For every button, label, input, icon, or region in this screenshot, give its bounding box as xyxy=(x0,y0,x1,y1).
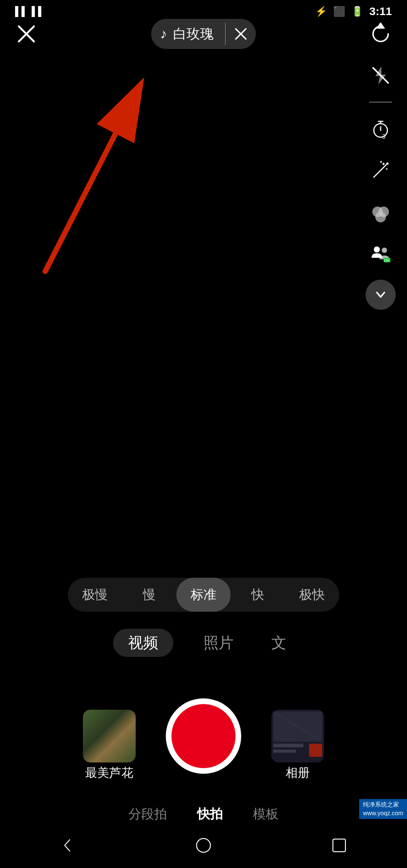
nav-recent-button[interactable] xyxy=(317,823,362,868)
gallery-label: 最美芦花 xyxy=(85,765,133,781)
speed-item-man[interactable]: 慢 xyxy=(122,578,176,612)
speed-item-jiman[interactable]: 极慢 xyxy=(68,578,122,612)
mode-tab-text[interactable]: 文 xyxy=(264,629,294,657)
album-thumb-container: 相册 xyxy=(271,710,324,762)
svg-point-20 xyxy=(374,246,380,253)
status-left: ▌▌ ▌▌ xyxy=(15,6,44,17)
music-note-icon: ♪ xyxy=(160,26,167,42)
svg-point-13 xyxy=(386,162,389,165)
sub-tabs: 分段拍 快拍 模板 xyxy=(129,805,278,823)
timer-button[interactable]: 3 xyxy=(366,114,396,144)
svg-marker-4 xyxy=(378,23,384,28)
music-close-button[interactable] xyxy=(226,19,256,49)
watermark: 纯净系统之家www.yoqz.com xyxy=(359,799,407,819)
svg-text:ON: ON xyxy=(384,259,389,262)
svg-text:✦: ✦ xyxy=(385,167,388,171)
svg-point-19 xyxy=(375,212,386,222)
music-title: 白玫瑰 xyxy=(173,25,214,43)
svg-line-11 xyxy=(374,167,384,177)
mode-tab-video[interactable]: 视频 xyxy=(113,629,173,657)
right-toolbar: 3 ✦ ✦ ✦ ON xyxy=(366,60,396,310)
gallery-thumb-container: 最美芦花 xyxy=(83,710,136,762)
battery-icon: 🔋 xyxy=(351,6,363,17)
sub-tab-kuaipai[interactable]: 快拍 xyxy=(197,805,223,823)
music-tag[interactable]: ♪ 白玫瑰 xyxy=(151,19,256,49)
speed-item-jikuai[interactable]: 极快 xyxy=(285,578,339,612)
music-info: ♪ 白玫瑰 xyxy=(151,25,225,43)
album-thumb-image xyxy=(271,710,324,762)
beauty-button[interactable]: ON xyxy=(366,238,396,268)
camera-status-icon: ⬛ xyxy=(333,6,345,17)
toolbar-divider xyxy=(369,102,392,103)
flash-button[interactable] xyxy=(366,60,396,90)
album-thumbnail[interactable] xyxy=(271,710,324,762)
status-bar: ▌▌ ▌▌ ⚡ ⬛ 🔋 3:11 xyxy=(0,0,407,23)
mode-tab-photo[interactable]: 照片 xyxy=(196,629,241,657)
color-filter-button[interactable] xyxy=(366,197,396,227)
svg-text:3: 3 xyxy=(382,133,386,139)
album-label: 相册 xyxy=(286,765,310,781)
close-button[interactable] xyxy=(11,19,41,49)
time-display: 3:11 xyxy=(369,5,392,18)
mode-tabs: 视频 照片 文 xyxy=(113,629,294,657)
record-button[interactable] xyxy=(166,698,241,774)
svg-text:✦: ✦ xyxy=(379,160,383,165)
nav-bar xyxy=(0,823,407,868)
sub-tab-muban[interactable]: 模板 xyxy=(253,805,278,823)
svg-point-21 xyxy=(382,248,387,253)
speed-item-kuai[interactable]: 快 xyxy=(231,578,285,612)
gallery-thumbnail[interactable] xyxy=(83,710,136,762)
signal-icon: ▌▌ xyxy=(15,6,28,17)
svg-rect-26 xyxy=(273,744,303,747)
gallery-thumb-image xyxy=(83,710,136,762)
svg-line-6 xyxy=(45,87,139,271)
nav-home-button[interactable] xyxy=(181,823,226,868)
sub-tab-duanpai[interactable]: 分段拍 xyxy=(129,805,167,823)
signal-icon-2: ▌▌ xyxy=(32,6,44,17)
magic-wand-button[interactable]: ✦ ✦ ✦ xyxy=(366,155,396,185)
record-button-inner xyxy=(171,704,236,768)
nav-back-button[interactable] xyxy=(45,823,90,868)
arrow-overlay xyxy=(23,38,249,302)
svg-rect-27 xyxy=(273,750,296,753)
refresh-button[interactable] xyxy=(366,19,396,49)
svg-point-30 xyxy=(197,839,211,853)
bluetooth-icon: ⚡ xyxy=(315,6,327,17)
speed-item-biaozhun[interactable]: 标准 xyxy=(176,578,231,612)
chevron-down-button[interactable] xyxy=(366,280,396,310)
speed-bar: 极慢 慢 标准 快 极快 xyxy=(68,578,339,612)
bottom-controls: 最美芦花 相册 xyxy=(0,698,407,774)
svg-rect-28 xyxy=(309,744,322,757)
status-right: ⚡ ⬛ 🔋 3:11 xyxy=(315,5,392,18)
svg-rect-31 xyxy=(333,839,345,851)
